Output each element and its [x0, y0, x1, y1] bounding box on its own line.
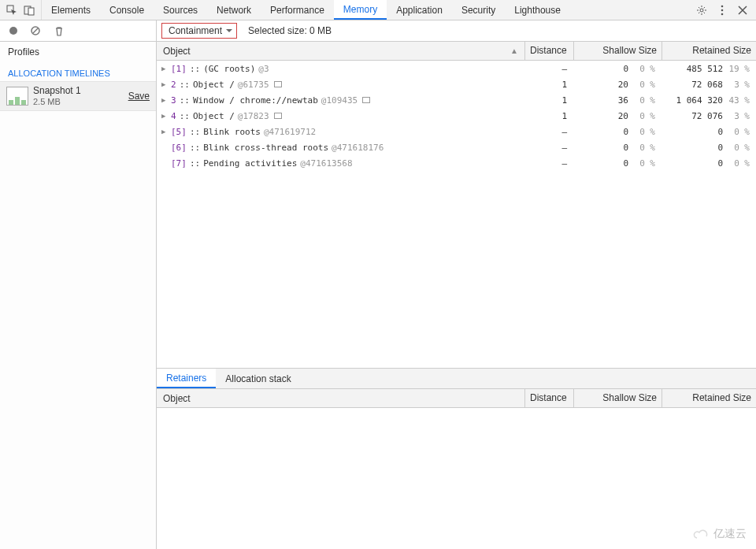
retainers-tabstrip: RetainersAllocation stack	[157, 369, 756, 389]
tab-security[interactable]: Security	[452, 0, 505, 20]
devtools-tabstrip: ElementsConsoleSourcesNetworkPerformance…	[0, 0, 756, 20]
row-label: Blink cross-thread roots	[203, 143, 328, 153]
col-shallow-size[interactable]: Shallow Size	[573, 42, 662, 60]
col-object[interactable]: Object ▲	[157, 42, 524, 60]
tab-network[interactable]: Network	[207, 0, 261, 20]
retainers-table-header: Object Distance Shallow Size Retained Si…	[157, 389, 756, 408]
snapshot-thumbnail-icon	[6, 87, 28, 106]
tab-sources[interactable]: Sources	[154, 0, 207, 20]
r-col-retained[interactable]: Retained Size	[662, 389, 756, 407]
r-col-distance[interactable]: Distance	[524, 389, 573, 407]
disclosure-triangle-icon[interactable]: ▶	[161, 80, 168, 88]
profiles-sidebar: Profiles ALLOCATION TIMELINES Snapshot 1…	[0, 42, 157, 549]
row-index: 2	[171, 80, 176, 90]
memory-toolbar: Containment Selected size: 0 MB	[0, 20, 756, 42]
row-label: Blink roots	[203, 127, 261, 137]
device-toggle-icon[interactable]	[24, 5, 35, 16]
table-row[interactable]: ▶3 :: Window / chrome://newtab @10943513…	[157, 92, 756, 108]
row-label: (GC roots)	[203, 64, 255, 74]
tab-application[interactable]: Application	[387, 0, 452, 20]
clear-icon[interactable]	[30, 25, 41, 36]
table-row[interactable]: ▶4 :: Object / @178231200 %72 0763 %	[157, 108, 756, 124]
profiles-heading: Profiles	[0, 42, 156, 62]
snapshot-name: Snapshot 1	[33, 85, 81, 96]
col-retained-size[interactable]: Retained Size	[662, 42, 756, 60]
row-address: @471619712	[264, 127, 316, 137]
col-distance[interactable]: Distance	[524, 42, 573, 60]
svg-point-3	[700, 9, 703, 12]
kebab-menu-icon[interactable]	[717, 5, 728, 16]
row-address: @61735	[238, 80, 269, 90]
objects-table-body: ▶[1] :: (GC roots) @3–00 %485 51219 %▶2 …	[157, 61, 756, 368]
sort-indicator-icon: ▲	[510, 46, 518, 55]
svg-point-5	[721, 9, 724, 11]
row-address: @3	[258, 64, 269, 74]
row-label: Window / chrome://newtab	[193, 95, 318, 106]
retainers-pane: RetainersAllocation stack Object Distanc…	[157, 368, 756, 549]
r-col-shallow[interactable]: Shallow Size	[573, 389, 662, 407]
disclosure-triangle-icon[interactable]: ▶	[161, 112, 168, 120]
snapshot-item[interactable]: Snapshot 1 2.5 MB Save	[0, 81, 156, 111]
row-index: [1]	[171, 64, 187, 74]
row-label: Object /	[193, 111, 235, 121]
r-col-object[interactable]: Object	[157, 389, 524, 407]
row-label: Object /	[193, 80, 235, 90]
table-row[interactable]: ▶[5] :: Blink roots @471619712–00 %00 %	[157, 124, 756, 139]
close-devtools-icon[interactable]	[737, 5, 748, 16]
tab-performance[interactable]: Performance	[261, 0, 334, 20]
tab-lighthouse[interactable]: Lighthouse	[505, 0, 570, 20]
svg-rect-2	[28, 8, 34, 15]
row-index: 3	[171, 95, 176, 106]
retainers-tab-retainers[interactable]: Retainers	[157, 369, 216, 388]
row-index: [7]	[171, 158, 187, 169]
row-address: @471613568	[300, 158, 352, 169]
tab-memory[interactable]: Memory	[334, 0, 387, 20]
snapshot-size: 2.5 MB	[33, 96, 81, 107]
tab-console[interactable]: Console	[100, 0, 154, 20]
svg-point-4	[721, 5, 724, 7]
table-row[interactable]: ▶[1] :: (GC roots) @3–00 %485 51219 %	[157, 61, 756, 76]
table-row[interactable]: ▶2 :: Object / @617351200 %72 0683 %	[157, 76, 756, 92]
row-index: 4	[171, 111, 176, 121]
allocation-timelines-heading: ALLOCATION TIMELINES	[0, 62, 156, 81]
row-address: @17823	[238, 111, 269, 121]
settings-gear-icon[interactable]	[696, 5, 707, 16]
retainers-tab-allocation-stack[interactable]: Allocation stack	[216, 369, 300, 388]
window-ref-icon	[274, 113, 282, 119]
table-row[interactable]: [6] :: Blink cross-thread roots @4716181…	[157, 139, 756, 155]
row-address: @471618176	[332, 143, 384, 153]
window-ref-icon	[274, 81, 282, 87]
perspective-dropdown-label: Containment	[169, 25, 222, 36]
perspective-dropdown[interactable]: Containment	[161, 23, 237, 39]
disclosure-triangle-icon[interactable]: ▶	[161, 65, 168, 72]
window-ref-icon	[362, 97, 370, 103]
svg-point-6	[721, 13, 724, 15]
row-index: [5]	[171, 127, 187, 137]
inspect-controls	[0, 0, 42, 20]
table-row[interactable]: [7] :: Pending activities @471613568–00 …	[157, 155, 756, 171]
snapshot-main: Object ▲ Distance Shallow Size Retained …	[157, 42, 756, 549]
row-address: @109435	[321, 95, 358, 106]
tab-elements[interactable]: Elements	[42, 0, 100, 20]
record-icon[interactable]	[8, 25, 19, 36]
snapshot-save-link[interactable]: Save	[128, 91, 150, 102]
disclosure-triangle-icon[interactable]: ▶	[161, 96, 168, 104]
objects-table-header: Object ▲ Distance Shallow Size Retained …	[157, 42, 756, 61]
selected-size-label: Selected size: 0 MB	[243, 25, 332, 36]
inspect-element-icon[interactable]	[6, 5, 17, 16]
row-index: [6]	[171, 143, 187, 153]
disclosure-triangle-icon[interactable]: ▶	[161, 128, 168, 135]
retainers-table-body	[157, 408, 756, 549]
row-label: Pending activities	[203, 158, 297, 169]
delete-trash-icon[interactable]	[54, 25, 65, 36]
svg-point-7	[9, 27, 17, 35]
